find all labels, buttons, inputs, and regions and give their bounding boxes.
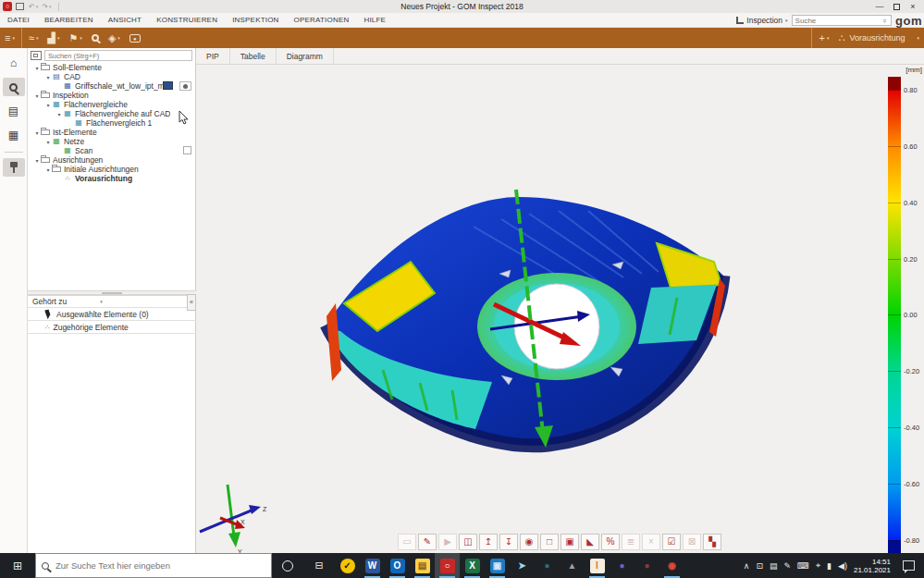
- menu-hilfe[interactable]: HILFE: [356, 16, 393, 24]
- add-element-button[interactable]: + ▾: [814, 28, 833, 48]
- tree-item-vorausrichtung[interactable]: ∴ Vorausrichtung: [28, 174, 195, 183]
- tree-item-cad[interactable]: ▾ ▤ CAD: [28, 72, 195, 81]
- sidebar-pin-button[interactable]: [3, 158, 25, 177]
- tab-diagramm[interactable]: Diagramm: [277, 48, 334, 64]
- taskbar-app-outlook[interactable]: O: [385, 553, 410, 578]
- sidebar-apps-button[interactable]: ▦: [3, 126, 25, 144]
- sidebar-home-button[interactable]: ⌂: [3, 54, 25, 72]
- select-through-button[interactable]: ↥: [479, 534, 498, 550]
- workspace-selector[interactable]: Inspection ▾: [736, 16, 787, 25]
- tree-item-scan[interactable]: ▦ Scan: [28, 146, 195, 155]
- expander-icon[interactable]: ▾: [33, 92, 41, 99]
- expander-icon[interactable]: ▾: [44, 74, 52, 80]
- global-search-input[interactable]: [792, 15, 892, 26]
- tray-display-icon[interactable]: ⊡: [756, 561, 763, 571]
- selection-props-button[interactable]: ▚: [703, 534, 721, 550]
- linked-select-button[interactable]: %: [601, 534, 620, 550]
- invert-select-button[interactable]: ×: [642, 534, 660, 550]
- deselect-pointer-button[interactable]: ▶: [438, 534, 457, 550]
- edit-creation-button[interactable]: ✎: [418, 534, 437, 550]
- tray-expand-icon[interactable]: ∧: [744, 561, 750, 571]
- tree-item-griffschale[interactable]: ▦ Griffschale_wt_low_ipt_mix: [28, 81, 195, 91]
- maximize-button[interactable]: [888, 2, 905, 12]
- taskbar-app-antivirus[interactable]: ✓: [335, 553, 360, 578]
- split-view-button[interactable]: ◫: [459, 534, 477, 550]
- collapse-panel-button[interactable]: «: [187, 294, 196, 311]
- taskbar-app-purple[interactable]: ●: [610, 553, 634, 578]
- tree-item-ist-elemente[interactable]: ▾ Ist-Elemente: [28, 128, 195, 137]
- menu-datei[interactable]: DATEI: [0, 16, 37, 24]
- select-surface-button[interactable]: ↧: [499, 534, 518, 550]
- tree-item-netze[interactable]: ▾ ▦ Netze: [28, 137, 195, 146]
- selected-elements-row[interactable]: Ausgewählte Elemente (0): [28, 308, 196, 321]
- section-tool-button[interactable]: ≈ ▾: [24, 28, 43, 48]
- redo-button[interactable]: ↷: [42, 3, 48, 11]
- layout-icon[interactable]: [16, 3, 24, 10]
- menu-ansicht[interactable]: ANSICHT: [101, 16, 150, 24]
- taskbar-search[interactable]: [35, 553, 272, 578]
- tree-item-flaechenvergleiche-auf-cad[interactable]: ▾ ▦ Flächenvergleiche auf CAD: [28, 109, 195, 118]
- volume-icon[interactable]: ◀): [838, 561, 847, 571]
- close-button[interactable]: ×: [905, 2, 921, 12]
- owner-dropdown[interactable]: Gehört zu ▾: [28, 295, 196, 308]
- select-visible-button[interactable]: ◉: [520, 534, 538, 550]
- tree-item-flaechenvergleich-1[interactable]: ▦ Flächenvergleich 1: [28, 118, 195, 128]
- menu-operationen[interactable]: OPERATIONEN: [287, 16, 357, 24]
- search-chevron-icon[interactable]: »: [880, 18, 888, 22]
- taskbar-app-chrome[interactable]: ◉: [659, 553, 684, 578]
- menu-inspektion[interactable]: INSPEKTION: [225, 16, 286, 24]
- alignment-selector[interactable]: ∴ Vorausrichtung: [833, 28, 912, 48]
- pip-toggle-button[interactable]: ▭: [398, 534, 416, 550]
- taskbar-app-sphere[interactable]: ●: [634, 553, 659, 578]
- select-all-button[interactable]: ≣: [622, 534, 640, 550]
- menu-bearbeiten[interactable]: BEARBEITEN: [37, 16, 101, 24]
- taskbar-app-3d-viewer[interactable]: ➤: [510, 553, 535, 578]
- taskbar-app-explorer[interactable]: ▤: [410, 553, 435, 578]
- rectangle-select-button[interactable]: □: [540, 534, 559, 550]
- taskbar-clock[interactable]: 14:51 21.01.2021: [854, 558, 891, 574]
- related-elements-row[interactable]: ∴ Zugehörige Elemente: [28, 321, 196, 334]
- expander-icon[interactable]: ▾: [33, 129, 41, 136]
- tray-pen-icon[interactable]: ✎: [783, 561, 791, 571]
- taskbar-app-globe[interactable]: ●: [535, 553, 560, 578]
- histogram-tool-button[interactable]: ▟ ▾: [43, 28, 65, 48]
- label-tool-button[interactable]: ⚑ ▾: [64, 28, 86, 48]
- expander-icon[interactable]: ▾: [33, 65, 41, 71]
- taskbar-app-word[interactable]: W: [360, 553, 385, 578]
- expander-icon[interactable]: ▾: [55, 111, 63, 117]
- start-button[interactable]: ⊞: [0, 553, 35, 578]
- triangle-select-button[interactable]: ◣: [581, 534, 599, 550]
- sidebar-search-button[interactable]: [3, 78, 25, 96]
- expander-icon[interactable]: ▾: [33, 157, 41, 164]
- taskbar-app-cad-utility[interactable]: ▲: [560, 553, 585, 578]
- color-swatch[interactable]: [163, 81, 173, 90]
- expander-icon[interactable]: ▾: [44, 139, 52, 145]
- taskbar-search-input[interactable]: [54, 560, 265, 572]
- cancel-select-button[interactable]: ⊠: [683, 534, 701, 550]
- tree-item-ausrichtungen[interactable]: ▾ Ausrichtungen: [28, 155, 195, 165]
- tree-item-initiale-ausrichtungen[interactable]: ▾ Initiale Ausrichtungen: [28, 165, 195, 174]
- navigation-tool-button[interactable]: ◈ ▾: [104, 28, 125, 48]
- alignment-caret-button[interactable]: ▾: [912, 28, 924, 48]
- snapshot-button[interactable]: ●: [125, 28, 145, 48]
- viewport-3d[interactable]: Z X Y [mm] 0.80 0.60 0.40 0.20 0.00 -0.2…: [196, 65, 924, 553]
- freeform-select-button[interactable]: ▣: [561, 534, 579, 550]
- tab-pip[interactable]: PIP: [196, 48, 230, 64]
- visibility-checkbox[interactable]: [183, 146, 191, 154]
- tray-pointer-icon[interactable]: ⌖: [816, 560, 820, 571]
- tree-item-inspektion[interactable]: ▾ Inspektion: [28, 91, 195, 100]
- explorer-panel-icon[interactable]: [31, 51, 42, 60]
- task-view-button[interactable]: ⊟: [303, 553, 335, 578]
- deviation-model[interactable]: [196, 65, 924, 553]
- notification-center-icon[interactable]: [903, 560, 915, 571]
- tray-clipboard-icon[interactable]: ▤: [770, 561, 778, 571]
- visibility-eye-button[interactable]: [179, 81, 191, 91]
- battery-icon[interactable]: ▮: [827, 561, 832, 571]
- minimize-button[interactable]: —: [871, 2, 888, 12]
- tab-tabelle[interactable]: Tabelle: [230, 48, 277, 64]
- taskbar-app-blue-tools[interactable]: ▣: [485, 553, 510, 578]
- tree-item-soll-elemente[interactable]: ▾ Soll-Elemente: [28, 63, 195, 72]
- undo-button[interactable]: ↶: [29, 3, 35, 11]
- undo-caret-icon[interactable]: ▾: [36, 4, 39, 9]
- redo-caret-icon[interactable]: ▾: [49, 4, 52, 9]
